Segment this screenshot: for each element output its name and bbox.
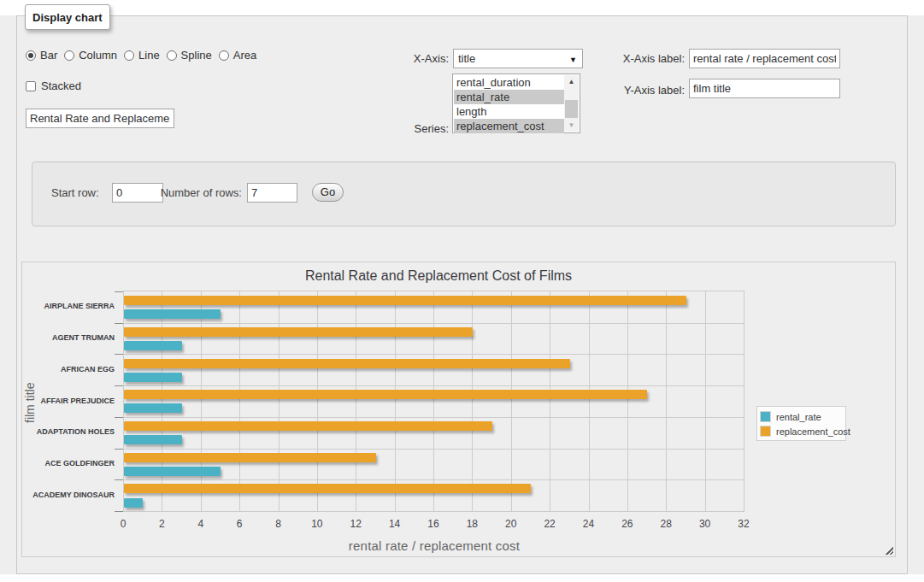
y-axis-tick [115,323,123,324]
x-axis-label-input[interactable] [689,49,840,68]
x-tick-label: 26 [610,518,644,530]
series-scrollbar[interactable]: ▲ ▼ [564,75,579,132]
x-tick-label: 6 [222,518,256,530]
category-label: AIRPLANE SIERRA [22,302,115,310]
y-axis-tick [115,291,123,292]
x-axis-select-label: X-Axis: [359,52,449,65]
x-tick-label: 14 [378,518,412,530]
x-axis-label-label: X-Axis label: [598,52,685,65]
legend-swatch-rental_rate [760,411,771,422]
legend-label-replacement_cost: replacement_cost [776,426,850,437]
radio-spline[interactable]: Spline [167,49,212,62]
stacked-checkbox[interactable] [26,81,36,91]
scrollbar-up-arrow-icon[interactable]: ▲ [564,75,579,88]
x-axis-select[interactable]: title ▼ [453,49,583,68]
chart-type-radios: BarColumnLineSplineArea [26,49,256,62]
x-tick-label: 12 [338,518,373,530]
radio-bar-label: Bar [40,49,57,62]
y-axis-label-input[interactable] [689,79,840,98]
x-tick-label: 8 [262,518,296,530]
x-tick-label: 22 [533,518,567,530]
x-tick-label: 30 [688,518,722,530]
x-tick-label: 16 [416,518,450,530]
radio-line[interactable]: Line [124,49,160,62]
series-option-rental_rate[interactable]: rental_rate [454,90,564,104]
x-tick-label: 4 [184,518,218,530]
x-tick-label: 10 [300,518,334,530]
category-label: AFRICAN EGG [22,365,115,373]
radio-spline-circle[interactable] [167,50,177,61]
select-dropdown-arrow-icon: ▼ [569,56,577,64]
radio-column[interactable]: Column [64,49,117,62]
series-option-replacement_cost[interactable]: replacement_cost [454,119,564,133]
start-row-label: Start row: [51,186,99,199]
radio-area-label: Area [233,49,256,62]
x-tick-label: 28 [649,518,683,530]
x-tick-label: 18 [455,518,489,530]
radio-column-circle[interactable] [64,50,74,61]
legend-row-rental_rate: rental_rate [760,409,845,424]
series-option-rental_duration[interactable]: rental_duration [454,75,564,90]
radio-bar-circle[interactable] [26,50,36,61]
category-label: ACE GOLDFINGER [22,459,115,467]
series-multiselect[interactable]: rental_durationrental_ratelengthreplacem… [452,73,580,133]
category-label: AFFAIR PREJUDICE [22,397,115,405]
radio-bar[interactable]: Bar [26,49,57,62]
y-axis-tick [115,417,123,418]
resize-handle-icon[interactable] [885,546,893,555]
y-axis-tick [115,385,123,386]
stacked-label: Stacked [41,79,81,92]
category-label: ACADEMY DINOSAUR [22,491,115,499]
num-rows-label: Number of rows: [154,186,242,199]
stacked-checkbox-row[interactable]: Stacked [26,79,81,92]
row-controls-panel: Start row: Number of rows: Go [32,162,896,226]
fieldset-legend: Display chart [25,4,110,30]
legend-label-rental_rate: rental_rate [776,412,821,422]
x-tick-label: 0 [106,518,140,530]
chart-title: Rental Rate and Replacement Cost of Film… [22,268,855,284]
y-axis-tick [115,354,123,355]
y-axis-tick [115,511,123,512]
y-axis-tick [115,449,123,450]
chart-legend: rental_ratereplacement_cost [756,406,846,441]
radio-area-circle[interactable] [219,50,229,61]
category-label: AGENT TRUMAN [22,333,115,342]
x-tick-label: 32 [727,518,761,530]
chart-area: Rental Rate and Replacement Cost of Film… [21,262,896,557]
plot-border [123,291,744,512]
y-axis-label-label: Y-Axis label: [598,84,685,97]
series-options: rental_durationrental_ratelengthreplacem… [454,75,564,133]
radio-spline-label: Spline [181,49,212,62]
go-button[interactable]: Go [312,183,344,202]
radio-line-circle[interactable] [124,50,134,61]
legend-row-replacement_cost: replacement_cost [760,424,845,438]
num-rows-input[interactable] [247,183,297,203]
series-select-label: Series: [359,122,449,135]
x-axis-title: rental rate / replacement cost [125,538,744,553]
x-axis-select-value: title [458,52,475,65]
y-axis-tick [115,479,123,480]
display-chart-fieldset: Display chart BarColumnLineSplineArea St… [16,15,908,574]
x-tick-label: 20 [494,518,528,530]
scrollbar-down-arrow-icon[interactable]: ▼ [564,119,579,132]
series-option-length[interactable]: length [454,104,564,119]
x-tick-label: 24 [572,518,606,530]
legend-swatch-replacement_cost [760,426,771,437]
radio-column-label: Column [79,49,117,62]
x-tick-label: 2 [144,518,179,530]
scrollbar-thumb[interactable] [565,100,578,118]
category-label: ADAPTATION HOLES [22,427,115,436]
radio-area[interactable]: Area [219,49,256,62]
radio-line-label: Line [138,49,160,62]
chart-title-input[interactable] [26,109,174,128]
